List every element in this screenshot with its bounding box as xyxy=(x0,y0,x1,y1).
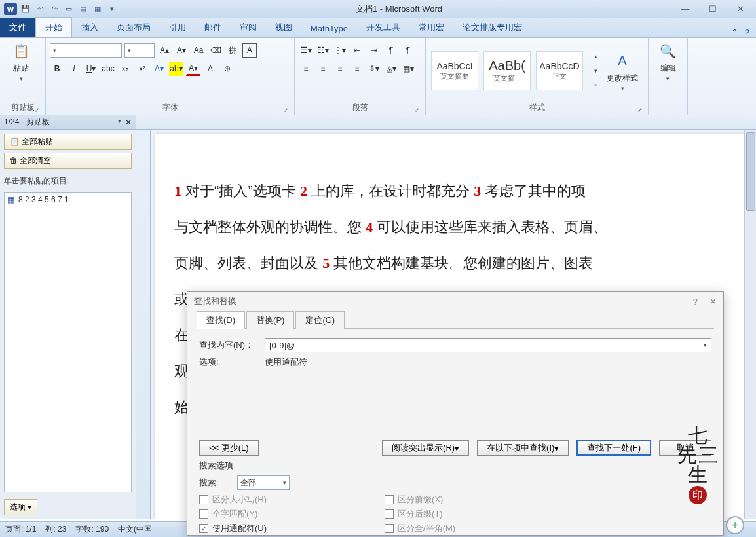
add-circle-icon[interactable]: + xyxy=(726,516,744,534)
superscript-icon[interactable]: x² xyxy=(135,62,149,76)
font-size-combo[interactable]: ▾ xyxy=(124,43,155,58)
chk-prefix[interactable]: 区分前缀(X) xyxy=(385,494,460,506)
align-center-icon[interactable]: ≡ xyxy=(316,62,330,76)
chk-whole-word[interactable]: 全字匹配(Y) xyxy=(199,508,267,520)
styles-launcher[interactable]: ⤢ xyxy=(637,107,643,113)
outdent-icon[interactable]: ⇤ xyxy=(350,43,364,58)
dialog-tab-find[interactable]: 查找(D) xyxy=(197,311,245,329)
find-next-button[interactable]: 查找下一处(F) xyxy=(576,440,651,456)
enclose-char-icon[interactable]: ⊕ xyxy=(220,62,235,76)
italic-icon[interactable]: I xyxy=(67,62,81,76)
find-dropdown-icon[interactable]: ▾ xyxy=(704,342,707,348)
tab-home[interactable]: 开始 xyxy=(35,17,72,37)
find-input[interactable]: [0-9]@▾ xyxy=(265,338,711,352)
qat-icon-3[interactable]: ▦ xyxy=(92,3,104,15)
status-lang[interactable]: 中文(中国 xyxy=(118,524,152,535)
clipboard-options-button[interactable]: 选项 ▾ xyxy=(4,499,37,515)
char-border-icon[interactable]: A xyxy=(242,43,257,58)
clipboard-list[interactable]: ▦ 8 2 3 4 5 6 7 1 xyxy=(4,192,132,492)
style-item-3[interactable]: AaBbCcD正文 xyxy=(536,51,583,90)
tab-dev[interactable]: 开发工具 xyxy=(357,18,409,37)
styles-more-icon[interactable]: ≡ xyxy=(588,78,603,92)
paste-button[interactable]: 📋 粘贴 ▾ xyxy=(4,41,38,82)
vertical-ruler[interactable] xyxy=(136,130,151,519)
qat-icon-2[interactable]: ▤ xyxy=(77,3,89,15)
highlight-icon[interactable]: ab▾ xyxy=(169,62,183,76)
indent-icon[interactable]: ⇥ xyxy=(367,43,381,58)
edit-button[interactable]: 🔍 编辑▾ xyxy=(652,41,683,82)
paste-all-button[interactable]: 📋 全部粘贴 xyxy=(4,134,132,150)
font-launcher[interactable]: ⤢ xyxy=(284,107,289,113)
change-styles-button[interactable]: A 更改样式▾ xyxy=(605,50,639,92)
underline-icon[interactable]: U▾ xyxy=(84,62,98,76)
clipboard-item[interactable]: ▦ 8 2 3 4 5 6 7 1 xyxy=(7,195,128,204)
dialog-tab-replace[interactable]: 替换(P) xyxy=(246,311,294,329)
numbering-icon[interactable]: ☷▾ xyxy=(316,43,330,58)
pane-close-icon[interactable]: ✕ xyxy=(125,118,132,127)
qat-icon-1[interactable]: ▭ xyxy=(63,3,75,15)
para-launcher[interactable]: ⤢ xyxy=(415,107,420,113)
tab-mail[interactable]: 邮件 xyxy=(195,18,231,37)
dialog-tab-goto[interactable]: 定位(G) xyxy=(295,311,345,329)
qat-more-icon[interactable]: ▾ xyxy=(106,3,118,15)
save-icon[interactable]: 💾 xyxy=(20,3,31,15)
maximize-button[interactable]: ☐ xyxy=(705,3,721,15)
shading-icon[interactable]: ◬▾ xyxy=(384,62,398,76)
minimize-ribbon-icon[interactable]: ⌃ xyxy=(731,28,738,37)
style-item-2[interactable]: AaBb(英文摘... xyxy=(483,51,531,90)
ltr-icon[interactable]: ¶ xyxy=(384,43,398,58)
minimize-button[interactable]: — xyxy=(677,3,693,15)
rtl-icon[interactable]: ¶ xyxy=(401,43,415,58)
redo-icon[interactable]: ↷ xyxy=(48,3,60,15)
search-direction-combo[interactable]: 全部▾ xyxy=(237,475,290,490)
tab-review[interactable]: 审阅 xyxy=(231,18,266,37)
bullets-icon[interactable]: ☰▾ xyxy=(299,43,313,58)
dialog-close-icon[interactable]: ✕ xyxy=(709,297,717,306)
shrink-font-icon[interactable]: A▾ xyxy=(174,43,189,58)
tab-macro[interactable]: 常用宏 xyxy=(409,18,453,37)
tab-math[interactable]: MathType xyxy=(301,20,357,37)
font-name-combo[interactable]: ▾ xyxy=(50,43,122,58)
char-shading-icon[interactable]: A xyxy=(203,62,217,76)
status-words[interactable]: 字数: 190 xyxy=(75,524,109,535)
line-spacing-icon[interactable]: ⇕▾ xyxy=(367,62,381,76)
phonetic-icon[interactable]: 拼 xyxy=(225,43,240,58)
bold-icon[interactable]: B xyxy=(50,62,64,76)
tab-insert[interactable]: 插入 xyxy=(72,18,107,37)
status-col[interactable]: 列: 23 xyxy=(45,524,66,535)
chk-width[interactable]: 区分全/半角(M) xyxy=(385,523,460,534)
status-page[interactable]: 页面: 1/1 xyxy=(5,524,36,535)
strike-icon[interactable]: abc xyxy=(101,62,115,76)
scroll-thumb[interactable] xyxy=(746,132,755,211)
dialog-help-icon[interactable]: ? xyxy=(693,297,698,306)
tab-view[interactable]: 视图 xyxy=(266,18,301,37)
change-case-icon[interactable]: Aa xyxy=(191,43,206,58)
multilevel-icon[interactable]: ⋮▾ xyxy=(333,43,347,58)
grow-font-icon[interactable]: A▴ xyxy=(157,43,172,58)
pane-menu-icon[interactable]: ▾ xyxy=(118,118,121,127)
font-color-icon[interactable]: A▾ xyxy=(186,62,200,76)
styles-up-icon[interactable]: ▴ xyxy=(588,49,603,64)
chk-match-case[interactable]: 区分大小写(H) xyxy=(199,494,267,506)
reading-highlight-button[interactable]: 阅读突出显示(R) ▾ xyxy=(382,440,469,456)
chk-suffix[interactable]: 区分后缀(T) xyxy=(385,508,460,520)
tab-ref[interactable]: 引用 xyxy=(160,18,195,37)
clear-format-icon[interactable]: ⌫ xyxy=(208,43,223,58)
styles-down-icon[interactable]: ▾ xyxy=(588,64,603,78)
chk-wildcards[interactable]: ✓使用通配符(U) xyxy=(199,523,267,534)
tab-paper[interactable]: 论文排版专用宏 xyxy=(453,18,531,37)
subscript-icon[interactable]: x₂ xyxy=(118,62,132,76)
find-in-button[interactable]: 在以下项中查找(I) ▾ xyxy=(477,440,569,456)
align-right-icon[interactable]: ≡ xyxy=(333,62,347,76)
style-item-1[interactable]: AaBbCcI英文摘要 xyxy=(431,51,478,90)
justify-icon[interactable]: ≡ xyxy=(350,62,364,76)
align-left-icon[interactable]: ≡ xyxy=(299,62,313,76)
clipboard-launcher[interactable]: ⤢ xyxy=(35,107,40,113)
close-button[interactable]: ✕ xyxy=(732,3,748,15)
clear-all-button[interactable]: 🗑 全部清空 xyxy=(4,153,132,169)
undo-icon[interactable]: ↶ xyxy=(34,3,46,15)
help-icon[interactable]: ? xyxy=(745,28,749,37)
horizontal-ruler[interactable] xyxy=(136,115,756,130)
vertical-scrollbar[interactable] xyxy=(744,130,756,519)
border-icon[interactable]: ▦▾ xyxy=(401,62,415,76)
